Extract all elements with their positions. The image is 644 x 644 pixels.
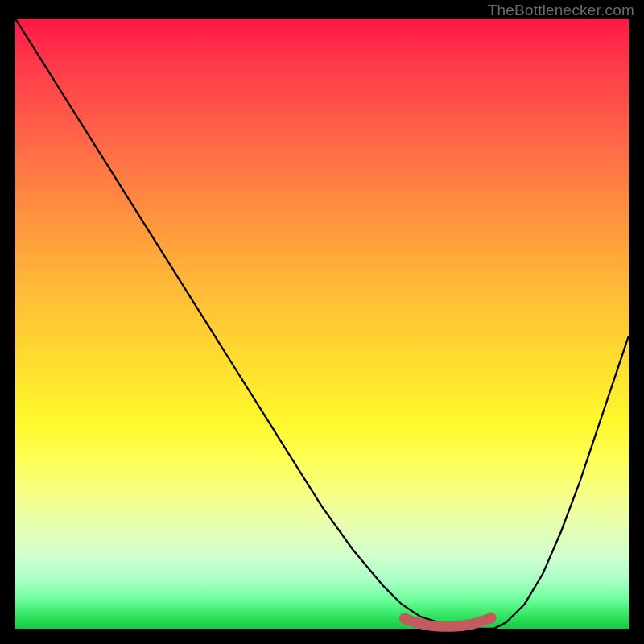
trough-marker-left-cap [399, 613, 411, 624]
trough-marker [405, 618, 491, 627]
watermark-text: TheBottlenecker.com [488, 2, 634, 19]
trough-marker-right-cap [485, 613, 497, 624]
curve-line [15, 19, 629, 629]
chart-stage: TheBottlenecker.com [0, 0, 644, 644]
chart-overlay [0, 0, 644, 644]
